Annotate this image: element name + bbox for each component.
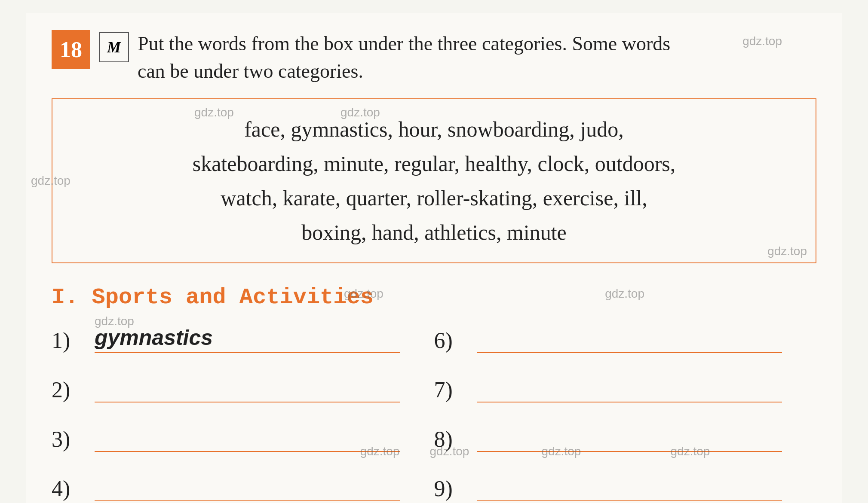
right-column: 6) 7) 8) — [434, 327, 817, 503]
left-column: 1) gymnastics gdz.top 2) 3) — [52, 327, 434, 503]
exercise-number: 18 — [52, 30, 90, 69]
answer-value-1: gymnastics — [95, 325, 213, 350]
answer-line-7[interactable] — [477, 377, 782, 402]
answer-number-9: 9) — [434, 476, 477, 501]
answer-item-9: 9) — [434, 476, 817, 501]
instruction-text: Put the words from the box under the thr… — [138, 30, 816, 85]
watermark-section2: gdz.top — [605, 287, 644, 301]
watermark-a8a: gdz.top — [430, 445, 469, 458]
answer-item-1: 1) gymnastics gdz.top — [52, 327, 434, 353]
watermark-section1: gdz.top — [344, 287, 383, 301]
answer-item-3: 3) gdz.top — [52, 426, 434, 452]
answer-line-8[interactable] — [477, 426, 782, 452]
watermark-box2: gdz.top — [340, 106, 380, 119]
answer-item-2: 2) — [52, 377, 434, 402]
answer-number-2: 2) — [52, 377, 95, 402]
answer-line-3[interactable] — [95, 426, 400, 452]
watermark-a8b: gdz.top — [542, 445, 581, 458]
answer-number-7: 7) — [434, 377, 477, 402]
answer-item-4: 4) — [52, 476, 434, 501]
answer-number-4: 4) — [52, 476, 95, 501]
word-line2: skateboarding, minute, regular, healthy,… — [78, 146, 790, 181]
section-title: I. Sports and Activities — [52, 285, 816, 310]
watermark-a1: gdz.top — [95, 314, 134, 328]
word-line4: boxing, hand, athletics, minute — [78, 215, 790, 250]
watermark-a8c: gdz.top — [671, 445, 710, 458]
watermark-a3: gdz.top — [360, 445, 400, 458]
word-box-content: face, gymnastics, hour, snowboarding, ju… — [78, 112, 790, 250]
answer-line-9[interactable] — [477, 476, 782, 501]
m-icon: M — [99, 32, 129, 62]
word-box: gdz.top gdz.top gdz.top gdz.top face, gy… — [52, 98, 816, 263]
watermark-header: gdz.top — [742, 34, 782, 48]
answer-number-6: 6) — [434, 328, 477, 353]
answer-line-2[interactable] — [95, 377, 400, 402]
answer-line-1[interactable]: gymnastics — [95, 327, 400, 353]
answer-line-4[interactable] — [95, 476, 400, 501]
watermark-box4: gdz.top — [31, 174, 71, 188]
word-line1: face, gymnastics, hour, snowboarding, ju… — [78, 112, 790, 146]
page-container: 18 M Put the words from the box under th… — [26, 13, 842, 503]
answer-line-6[interactable] — [477, 327, 782, 353]
answer-grid: 1) gymnastics gdz.top 2) 3) — [52, 327, 816, 503]
watermark-box3: gdz.top — [767, 244, 807, 258]
watermark-box1: gdz.top — [194, 106, 234, 119]
header-row: 18 M Put the words from the box under th… — [52, 30, 816, 85]
answer-item-7: 7) — [434, 377, 817, 402]
answer-item-8: 8) gdz.top gdz.top gdz.top — [434, 426, 817, 452]
answer-number-3: 3) — [52, 427, 95, 452]
answer-number-1: 1) — [52, 328, 95, 353]
word-line3: watch, karate, quarter, roller-skating, … — [78, 181, 790, 215]
answer-item-6: 6) — [434, 327, 817, 353]
